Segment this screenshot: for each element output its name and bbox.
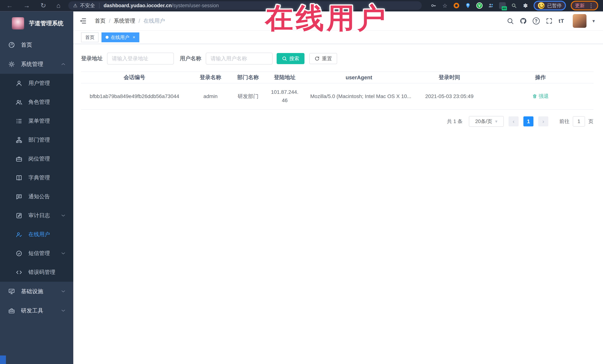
browser-home-icon[interactable]: ⌂ (56, 2, 60, 10)
sidebar-item-sms-mgmt[interactable]: 短信管理 (0, 244, 73, 263)
sidebar-item-dept-mgmt[interactable]: 部门管理 (0, 131, 73, 149)
profile-paused-badge[interactable]: 已暂停 (533, 1, 566, 10)
announcement-icon (16, 193, 23, 200)
extensions-pinwheel-icon[interactable]: ✽ (522, 2, 529, 9)
next-page-button[interactable]: › (538, 116, 548, 126)
sidebar-menu: 首页 系统管理 用户管理 角色管理 菜单管理 部门管理 岗位管理 (0, 35, 73, 320)
audit-log-icon (16, 212, 23, 219)
cell-username: admin (188, 83, 233, 110)
tag-home[interactable]: 首页 (81, 33, 99, 42)
goto-page-input[interactable] (573, 116, 585, 127)
bookmark-star-icon[interactable]: ☆ (441, 2, 448, 9)
login-address-input[interactable] (107, 53, 174, 65)
avatar-caret-icon[interactable]: ▾ (592, 18, 595, 24)
check-circle-icon (16, 250, 23, 257)
url-host[interactable]: dashboard.yudao.iocoder.cn (104, 3, 172, 9)
extension-search-icon[interactable] (510, 2, 517, 9)
browser-back-icon[interactable]: ← (6, 2, 13, 10)
help-icon[interactable]: ? (533, 17, 540, 24)
app-logo (12, 17, 24, 30)
infrastructure-icon (8, 288, 15, 295)
extension-pin-icon[interactable] (464, 2, 471, 9)
active-tag-dot (105, 36, 109, 39)
app-logo-row[interactable]: 芋道管理系统 (0, 11, 73, 35)
sidebar-item-home[interactable]: 首页 (0, 35, 73, 55)
tag-online-users[interactable]: 在线用户 × (102, 33, 139, 42)
org-tree-icon (16, 137, 23, 143)
not-secure-label[interactable]: 不安全 (80, 2, 95, 9)
caret-down-icon: ▾ (495, 119, 498, 124)
search-icon[interactable] (507, 17, 514, 24)
col-username: 登录名称 (188, 72, 233, 83)
breadcrumb-home[interactable]: 首页 (95, 17, 105, 25)
code-icon (16, 269, 23, 276)
key-icon[interactable] (430, 2, 437, 9)
pagination: 共 1 条 20条/页 ▾ ‹ 1 › 前往 页 (73, 116, 593, 127)
sidebar-item-role-mgmt[interactable]: 角色管理 (0, 93, 73, 111)
address-divider (99, 3, 99, 8)
breadcrumb-system[interactable]: 系统管理 (114, 17, 135, 25)
browser-nav: ← → ↻ ⌂ (0, 2, 60, 10)
col-department: 部门名称 (233, 72, 263, 83)
sidebar-item-post-mgmt[interactable]: 岗位管理 (0, 149, 73, 168)
username-filter-label: 用户名称 (180, 55, 201, 62)
github-icon[interactable] (520, 17, 527, 24)
cell-ip: 101.87.244.46 (263, 83, 306, 110)
page-1-button[interactable]: 1 (523, 116, 533, 126)
col-user-agent: userAgent (306, 72, 411, 83)
chevron-down-icon (61, 308, 66, 313)
force-logout-button[interactable]: 强退 (532, 93, 549, 99)
font-size-icon[interactable]: tT (559, 18, 564, 24)
close-icon[interactable]: × (133, 35, 135, 40)
extension-orange-icon[interactable] (453, 2, 460, 9)
goto-label: 前往 (559, 118, 569, 125)
username-input[interactable] (206, 53, 273, 65)
not-secure-warning-icon: ⚠ (73, 3, 77, 9)
gear-icon (8, 61, 15, 68)
col-ip: 登陆地址 (263, 72, 306, 83)
user-avatar[interactable] (573, 14, 587, 28)
page-size-select[interactable]: 20条/页 ▾ (469, 116, 504, 127)
url-path: /system/user-session (172, 3, 219, 9)
sidebar-item-infrastructure[interactable]: 基础设施 (0, 282, 73, 301)
search-form: 登录地址 用户名称 搜索 重置 (73, 44, 603, 65)
sidebar-item-dict-mgmt[interactable]: 字典管理 (0, 168, 73, 187)
cell-session-id: bfbb1ab79ba849e49fb26ddb56a73044 (81, 83, 188, 110)
sidebar-item-notice[interactable]: 通知公告 (0, 187, 73, 206)
chrome-update-button[interactable]: 更新 ⋮ (571, 1, 598, 10)
reset-button[interactable]: 重置 (309, 53, 337, 64)
sidebar-item-system[interactable]: 系统管理 (0, 55, 73, 74)
sidebar-item-dev-tools[interactable]: 研发工具 (0, 301, 73, 320)
breadcrumb-current: 在线用户 (143, 17, 165, 25)
prev-page-button[interactable]: ‹ (509, 116, 519, 126)
browser-reload-icon[interactable]: ↻ (40, 2, 46, 10)
sidebar-item-user-mgmt[interactable]: 用户管理 (0, 74, 73, 93)
sidebar-fold-icon[interactable] (79, 17, 87, 25)
app-header: 首页 / 系统管理 / 在线用户 ? tT ▾ (73, 11, 603, 30)
extension-people-icon[interactable] (487, 2, 494, 9)
users-icon (16, 99, 23, 106)
extension-translate-icon[interactable]: en (499, 2, 506, 9)
briefcase-icon (16, 155, 23, 162)
sidebar-item-online-users[interactable]: 在线用户 (0, 225, 73, 244)
chevron-down-icon (61, 251, 66, 256)
search-button[interactable]: 搜索 (277, 53, 304, 64)
profile-emoji-icon (538, 2, 545, 9)
address-bar[interactable]: ⚠ 不安全 dashboard.yudao.iocoder.cn/system/… (68, 1, 422, 10)
cell-user-agent: Mozilla/5.0 (Macintosh; Intel Mac OS X 1… (306, 83, 411, 110)
sidebar-item-audit-log[interactable]: 审计日志 (0, 206, 73, 225)
table-row: bfbb1ab79ba849e49fb26ddb56a73044 admin 研… (81, 83, 593, 110)
sidebar-item-error-code[interactable]: 错误码管理 (0, 263, 73, 282)
extension-v-icon[interactable]: V (476, 2, 483, 9)
toolbox-icon (8, 307, 15, 314)
dictionary-icon (16, 174, 23, 181)
sidebar-item-menu-mgmt[interactable]: 菜单管理 (0, 111, 73, 131)
search-icon (282, 56, 287, 61)
chevron-down-icon (61, 213, 66, 218)
browser-forward-icon[interactable]: → (23, 2, 30, 10)
browser-menu-icon[interactable]: ⋮ (588, 2, 594, 9)
table-header-row: 会话编号 登录名称 部门名称 登陆地址 userAgent 登录时间 操作 (81, 72, 593, 83)
header-actions: ? tT ▾ (507, 14, 603, 28)
fullscreen-icon[interactable] (546, 17, 553, 24)
menu-list-icon (16, 118, 23, 124)
